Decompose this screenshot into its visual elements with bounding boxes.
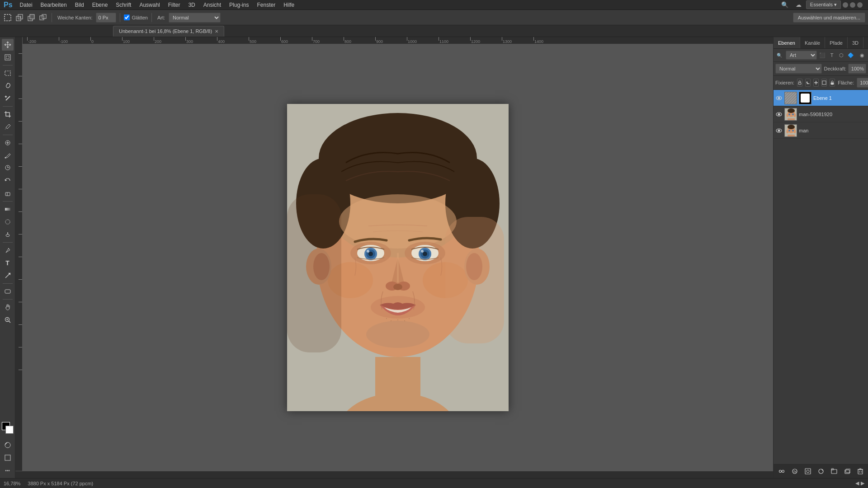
lasso-tool[interactable] <box>2 80 14 92</box>
add-adjustment-btn[interactable] <box>815 466 827 476</box>
tab-kanaele[interactable]: Kanäle <box>800 37 825 48</box>
subtract-selection-btn[interactable] <box>26 13 36 23</box>
clone-tool[interactable] <box>2 162 14 174</box>
layer-visibility-0[interactable] <box>775 94 783 102</box>
svg-point-62 <box>386 318 387 319</box>
layer-visibility-1[interactable] <box>775 111 783 118</box>
menu-schrift[interactable]: Schrift <box>112 1 135 9</box>
tab-close-icon[interactable]: ✕ <box>215 29 218 34</box>
glatten-checkbox[interactable] <box>124 14 130 20</box>
lock-position-btn[interactable] <box>813 79 819 87</box>
menu-datei[interactable]: Datei <box>16 1 36 9</box>
menu-plugins[interactable]: Plug-ins <box>226 1 252 9</box>
opacity-input[interactable] <box>848 64 866 74</box>
dodge-tool[interactable] <box>2 229 14 240</box>
eyedropper-tool[interactable] <box>2 121 14 133</box>
gradient-tool[interactable] <box>2 203 14 215</box>
menu-bild[interactable]: Bild <box>71 1 88 9</box>
link-layers-btn[interactable] <box>775 466 788 476</box>
menu-auswahl[interactable]: Auswahl <box>136 1 163 9</box>
lock-all-btn[interactable] <box>830 79 835 87</box>
mask-mode-btn[interactable] <box>2 439 14 451</box>
svg-point-81 <box>787 113 789 117</box>
art-select[interactable]: Normal Festes Verhältnis Feste Größe <box>169 13 221 23</box>
move-tool[interactable] <box>2 39 14 51</box>
color-swatches[interactable] <box>2 422 14 434</box>
background-color[interactable] <box>5 426 14 434</box>
fill-input[interactable] <box>857 78 868 88</box>
tab-3d[interactable]: 3D <box>848 37 863 48</box>
hand-tool[interactable] <box>2 301 14 313</box>
workspace-select[interactable]: Essentials ▾ <box>806 0 841 9</box>
intersect-selection-btn[interactable] <box>38 13 48 23</box>
menu-filter[interactable]: Filter <box>165 1 184 9</box>
menu-fenster[interactable]: Fenster <box>253 1 279 9</box>
type-tool[interactable]: T <box>2 257 14 269</box>
menu-ebene[interactable]: Ebene <box>89 1 112 9</box>
screen-mode-btn[interactable] <box>2 452 14 464</box>
add-style-btn[interactable]: fx <box>788 466 801 476</box>
marquee-tool[interactable] <box>2 67 14 79</box>
add-mask-btn[interactable] <box>802 466 814 476</box>
group-layers-btn[interactable] <box>828 466 840 476</box>
lock-transparent-btn[interactable] <box>797 79 802 87</box>
svg-point-71 <box>807 82 808 83</box>
tab-pfade[interactable]: Pfade <box>825 37 848 48</box>
svg-point-64 <box>397 319 398 320</box>
layer-item-0[interactable]: Ebene 1 <box>774 90 868 106</box>
menu-3d[interactable]: 3D <box>184 1 198 9</box>
new-layer-btn[interactable] <box>841 466 853 476</box>
status-next-btn[interactable]: ▶ <box>861 480 864 486</box>
search-btn[interactable]: 🔍 <box>778 0 791 9</box>
filter-toggle[interactable]: ◉ <box>858 51 866 59</box>
new-selection-btn[interactable] <box>3 13 13 23</box>
healing-tool[interactable] <box>2 137 14 149</box>
document-tab[interactable]: Unbenannt-1 bei 16,8% (Ebene 1, RGB/8) ✕ <box>113 26 224 37</box>
artboard-tool[interactable] <box>2 52 14 63</box>
filter-shape-btn[interactable]: ⬡ <box>837 51 845 59</box>
options-bar: + Weiche Kanten: Glätten Art: Normal Fes… <box>0 10 868 25</box>
weiche-kanten-input[interactable] <box>96 13 116 23</box>
brush-tool[interactable] <box>2 150 14 161</box>
canvas-viewport[interactable] <box>23 44 773 471</box>
cloud-btn[interactable]: ☁ <box>793 0 804 9</box>
maximize-btn[interactable] <box>850 2 855 8</box>
pen-tool[interactable] <box>2 244 14 256</box>
app-icon[interactable]: Ps <box>4 1 13 9</box>
layer-item-1[interactable]: man-59081920 <box>774 106 868 122</box>
svg-point-46 <box>367 250 369 253</box>
add-selection-btn[interactable]: + <box>14 13 24 23</box>
extras-btn[interactable]: ••• <box>2 465 14 476</box>
lock-image-btn[interactable] <box>805 79 811 87</box>
blend-mode-select[interactable]: Normal Multiplizieren Abblenden Überlage… <box>775 64 822 74</box>
status-prev-btn[interactable]: ◀ <box>855 480 859 486</box>
layer-visibility-2[interactable] <box>775 127 783 134</box>
tab-ebenen[interactable]: Ebenen <box>774 37 800 48</box>
delete-layer-btn[interactable] <box>854 466 866 476</box>
filter-kind-btn[interactable]: ⬛ <box>818 51 826 59</box>
magic-wand-tool[interactable] <box>2 93 14 104</box>
lock-artboard-btn[interactable] <box>821 79 827 87</box>
filter-text-btn[interactable]: T <box>828 51 836 59</box>
menu-bearbeiten[interactable]: Bearbeiten <box>37 1 71 9</box>
zoom-tool[interactable] <box>2 314 14 326</box>
path-select-tool[interactable] <box>2 270 14 282</box>
blur-tool[interactable] <box>2 216 14 228</box>
layers-filter-select[interactable]: Art <box>786 51 817 60</box>
svg-point-66 <box>409 318 410 319</box>
canvas-image[interactable] <box>287 104 509 411</box>
svg-point-90 <box>788 125 795 129</box>
filter-smart-btn[interactable]: 🔷 <box>847 51 855 59</box>
layer-item-2[interactable]: man <box>774 122 868 139</box>
history-tool[interactable] <box>2 175 14 187</box>
close-btn[interactable] <box>857 2 863 8</box>
menu-ansicht[interactable]: Ansicht <box>200 1 225 9</box>
select-mask-button[interactable]: Auswählen und maskieren... <box>793 13 865 23</box>
eraser-tool[interactable] <box>2 188 14 199</box>
menu-hilfe[interactable]: Hilfe <box>280 1 298 9</box>
minimize-btn[interactable] <box>843 2 848 8</box>
svg-rect-68 <box>287 194 341 352</box>
crop-tool[interactable] <box>2 108 14 120</box>
shape-tool[interactable] <box>2 286 14 297</box>
divider-1 <box>52 13 52 22</box>
